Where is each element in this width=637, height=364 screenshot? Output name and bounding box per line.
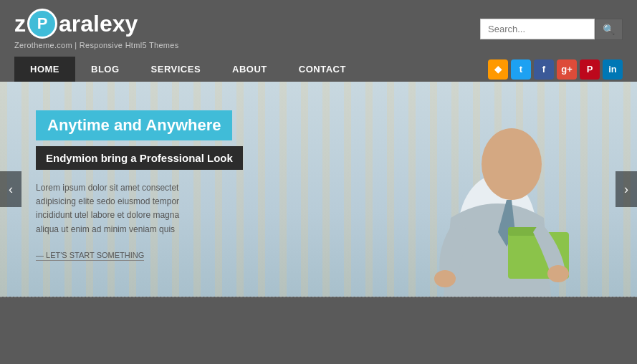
nav-item-contact[interactable]: CONTACT	[283, 57, 362, 82]
hero-subtitle: Endymion bring a Professional Look	[36, 146, 243, 170]
social-linkedin-icon[interactable]: in	[603, 59, 623, 80]
social-icons: ◆ t f g+ P in	[488, 59, 623, 80]
search-icon: 🔍	[603, 24, 615, 35]
footer-hint	[0, 297, 637, 318]
social-google-icon[interactable]: g+	[557, 59, 577, 80]
social-pinterest-icon[interactable]: P	[580, 59, 600, 80]
nav-item-about[interactable]: ABOUT	[216, 57, 283, 82]
navbar: HOME BLOG SERVICES ABOUT CONTACT ◆ t f g…	[0, 57, 637, 82]
header: z P aralexy Zerotheme.com | Responsive H…	[0, 0, 637, 57]
social-facebook-icon[interactable]: f	[534, 59, 554, 80]
logo-circle: P	[27, 9, 57, 39]
svg-point-6	[547, 265, 569, 282]
logo-aralexy: aralexy	[59, 12, 138, 35]
nav-item-services[interactable]: SERVICES	[135, 57, 217, 82]
social-rss-icon[interactable]: ◆	[488, 59, 508, 80]
hero-person-illustration	[401, 89, 594, 297]
logo-area: z P aralexy Zerotheme.com | Responsive H…	[14, 9, 179, 49]
hero-title: Anytime and Anywhere	[36, 110, 232, 140]
nav-item-blog[interactable]: BLOG	[75, 57, 135, 82]
logo-z: z	[14, 12, 26, 35]
nav-links: HOME BLOG SERVICES ABOUT CONTACT	[14, 57, 362, 82]
hero-prev-button[interactable]: ‹	[0, 171, 21, 207]
social-twitter-icon[interactable]: t	[511, 59, 531, 80]
hero-section: Anytime and Anywhere Endymion bring a Pr…	[0, 82, 637, 297]
search-area: 🔍	[480, 19, 623, 40]
svg-point-5	[434, 270, 456, 287]
logo-subtitle: Zerotheme.com | Responsive Html5 Themes	[14, 41, 179, 49]
search-button[interactable]: 🔍	[595, 19, 623, 40]
hero-cta-link[interactable]: LET'S START SOMETHING	[36, 251, 144, 261]
hero-content: Anytime and Anywhere Endymion bring a Pr…	[36, 110, 243, 261]
search-input[interactable]	[480, 19, 595, 39]
hero-next-button[interactable]: ›	[616, 171, 637, 207]
hero-body-text: Lorem ipsum dolor sit amet consectet adi…	[36, 181, 193, 236]
nav-item-home[interactable]: HOME	[14, 57, 75, 82]
svg-point-2	[482, 128, 542, 200]
logo-title: z P aralexy	[14, 9, 179, 39]
